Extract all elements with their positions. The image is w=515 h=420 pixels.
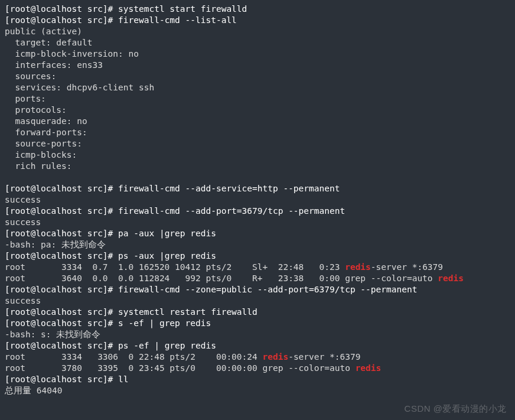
prompt: [root@localhost src]# bbox=[5, 229, 118, 238]
prompt-line-9: [root@localhost src]# s -ef | grep redis bbox=[5, 318, 510, 329]
prompt-line-11: [root@localhost src]# ll bbox=[5, 374, 510, 385]
prompt: [root@localhost src]# bbox=[5, 15, 118, 25]
grep-match: redis bbox=[356, 363, 382, 373]
command: ps -aux |grep redis bbox=[118, 251, 216, 261]
output-line: rich rules: bbox=[5, 161, 510, 172]
prompt-line-1: [root@localhost src]# systemctl start fi… bbox=[5, 4, 510, 15]
grep-match: redis bbox=[438, 274, 464, 283]
ps-row: root 3640 0.0 0.0 112824 992 pts/0 R+ 23… bbox=[5, 273, 510, 284]
ps-text: root 3640 0.0 0.0 112824 992 pts/0 R+ 23… bbox=[5, 274, 438, 283]
watermark-text: CSDN @爱看动漫的小龙 bbox=[405, 403, 507, 414]
command: firewall-cmd --add-service=http --perman… bbox=[118, 184, 340, 193]
prompt-line-7: [root@localhost src]# firewall-cmd --zon… bbox=[5, 284, 510, 295]
output-error: -bash: s: 未找到命令 bbox=[5, 329, 510, 340]
prompt-line-2: [root@localhost src]# firewall-cmd --lis… bbox=[5, 15, 510, 26]
grep-match: redis bbox=[345, 262, 371, 272]
ps-text: root 3780 3395 0 23:45 pts/0 00:00:00 gr… bbox=[5, 363, 356, 373]
command: pa -aux |grep redis bbox=[118, 229, 216, 238]
prompt: [root@localhost src]# bbox=[5, 206, 118, 216]
ps-text: -server *:6379 bbox=[371, 262, 443, 272]
prompt: [root@localhost src]# bbox=[5, 341, 118, 350]
output-line: interfaces: ens33 bbox=[5, 60, 510, 71]
command: firewall-cmd --list-all bbox=[118, 15, 237, 25]
prompt-line-4: [root@localhost src]# firewall-cmd --add… bbox=[5, 206, 510, 217]
output-success: success bbox=[5, 217, 510, 228]
command: ll bbox=[118, 375, 128, 384]
grep-match: redis bbox=[263, 352, 289, 362]
output-line: services: dhcpv6-client ssh bbox=[5, 82, 510, 93]
command: firewall-cmd --zone=public --add-port=63… bbox=[118, 285, 417, 294]
output-success: success bbox=[5, 295, 510, 307]
prompt-line-10: [root@localhost src]# ps -ef | grep redi… bbox=[5, 340, 510, 351]
ps-row: root 3334 0.7 1.0 162520 10412 pts/2 Sl+… bbox=[5, 262, 510, 273]
prompt-line-3: [root@localhost src]# firewall-cmd --add… bbox=[5, 183, 510, 194]
prompt-line-8: [root@localhost src]# systemctl restart … bbox=[5, 307, 510, 318]
output-line: icmp-blocks: bbox=[5, 149, 510, 161]
output-line: sources: bbox=[5, 71, 510, 82]
output-line: icmp-block-inversion: no bbox=[5, 48, 510, 60]
prompt: [root@localhost src]# bbox=[5, 184, 118, 193]
prompt: [root@localhost src]# bbox=[5, 375, 118, 384]
output-line: public (active) bbox=[5, 26, 510, 37]
command: firewall-cmd --add-port=3679/tcp --perma… bbox=[118, 206, 345, 216]
command: systemctl start firewalld bbox=[118, 4, 247, 14]
output-success: success bbox=[5, 194, 510, 206]
ps-text: -server *:6379 bbox=[288, 352, 360, 362]
prompt: [root@localhost src]# bbox=[5, 4, 118, 14]
prompt: [root@localhost src]# bbox=[5, 307, 118, 317]
output-line: masquerade: no bbox=[5, 116, 510, 127]
output-line: 总用量 64040 bbox=[5, 385, 510, 396]
prompt-line-6: [root@localhost src]# ps -aux |grep redi… bbox=[5, 250, 510, 262]
command: systemctl restart firewalld bbox=[118, 307, 258, 317]
output-error: -bash: pa: 未找到命令 bbox=[5, 239, 510, 250]
ps-text: root 3334 3306 0 22:48 pts/2 00:00:24 bbox=[5, 352, 263, 362]
ps-row: root 3780 3395 0 23:45 pts/0 00:00:00 gr… bbox=[5, 363, 510, 374]
output-line: target: default bbox=[5, 37, 510, 48]
blank-line bbox=[5, 172, 510, 183]
output-line: source-ports: bbox=[5, 138, 510, 149]
output-line: protocols: bbox=[5, 105, 510, 116]
prompt-line-5: [root@localhost src]# pa -aux |grep redi… bbox=[5, 228, 510, 239]
command: ps -ef | grep redis bbox=[118, 341, 216, 350]
prompt: [root@localhost src]# bbox=[5, 285, 118, 294]
terminal-output[interactable]: [root@localhost src]# systemctl start fi… bbox=[5, 4, 510, 396]
output-line: ports: bbox=[5, 93, 510, 105]
ps-row: root 3334 3306 0 22:48 pts/2 00:00:24 re… bbox=[5, 351, 510, 363]
ps-text: root 3334 0.7 1.0 162520 10412 pts/2 Sl+… bbox=[5, 262, 345, 272]
prompt: [root@localhost src]# bbox=[5, 251, 118, 261]
prompt: [root@localhost src]# bbox=[5, 318, 118, 328]
command: s -ef | grep redis bbox=[118, 318, 211, 328]
output-line: forward-ports: bbox=[5, 127, 510, 138]
